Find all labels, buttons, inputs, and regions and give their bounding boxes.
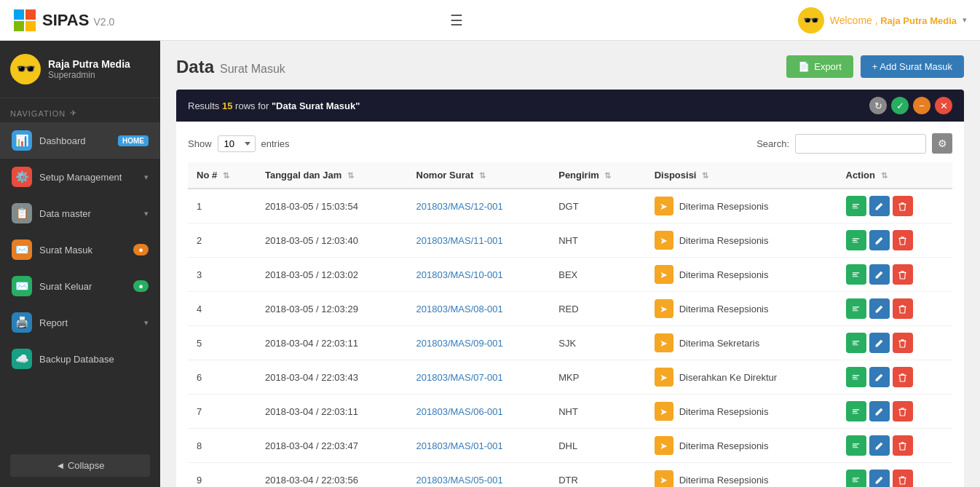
cell-pengirim: DGT [550,189,645,223]
col-nomor[interactable]: Nomor Surat ⇅ [408,162,550,189]
nomor-link[interactable]: 201803/MAS/01-001 [416,440,503,451]
delete-button[interactable] [893,298,913,319]
sidebar-item-dashboard[interactable]: 📊 Dashboard HOME [0,122,160,159]
nomor-link[interactable]: 201803/MAS/08-001 [416,304,503,314]
edit-button[interactable] [869,367,890,387]
nomor-link[interactable]: 201803/MAS/07-001 [416,372,503,383]
collapse-button[interactable]: ◄ Collapse [10,454,150,477]
cell-nomor[interactable]: 201803/MAS/10-001 [408,258,550,292]
cell-nomor[interactable]: 201803/MAS/09-001 [408,326,550,360]
col-disposisi[interactable]: Disposisi ⇅ [646,162,837,189]
cell-disposisi: ➤ Diterima Resepsionis [646,223,837,258]
settings-icon[interactable]: ⚙ [932,133,952,154]
delete-button[interactable] [893,367,913,387]
col-pengirim[interactable]: Pengirim ⇅ [550,162,645,189]
svg-rect-5 [853,205,858,206]
edit-button[interactable] [869,264,890,285]
cell-action [837,223,953,258]
result-icon-close[interactable]: ✕ [935,97,952,114]
delete-button[interactable] [893,401,913,421]
disposisi-text: Diterima Resepsionis [679,304,769,314]
cell-nomor[interactable]: 201803/MAS/07-001 [408,360,550,395]
cell-disposisi: ➤ Diterima Sekretaris [646,326,837,360]
svg-rect-22 [853,409,860,410]
view-button[interactable] [846,333,866,353]
user-area: 🕶️ Welcome , Raja Putra Media ▾ [798,7,967,33]
search-input[interactable] [795,134,926,154]
cell-nomor[interactable]: 201803/MAS/12-001 [408,189,550,223]
result-icon-check[interactable]: ✓ [891,97,909,114]
sidebar-item-data-master[interactable]: 📋 Data master ▾ [0,195,160,231]
nomor-link[interactable]: 201803/MAS/12-001 [416,201,503,212]
view-button[interactable] [846,367,866,387]
user-dropdown-arrow[interactable]: ▾ [963,15,967,25]
delete-button[interactable] [893,435,913,456]
view-button[interactable] [846,196,866,216]
edit-button[interactable] [869,298,890,319]
edit-button[interactable] [869,230,890,250]
cell-nomor[interactable]: 201803/MAS/06-001 [408,395,550,429]
delete-button[interactable] [893,264,913,285]
svg-rect-30 [853,481,858,482]
view-button[interactable] [846,470,866,487]
cell-nomor[interactable]: 201803/MAS/08-001 [408,292,550,326]
view-button[interactable] [846,264,866,285]
cell-tanggal: 2018-03-04 / 22:03:11 [256,395,408,429]
delete-button[interactable] [893,230,913,250]
cell-tanggal: 2018-03-04 / 22:03:11 [256,326,408,360]
action-buttons [846,367,944,387]
chevron-down-icon: ▾ [144,318,149,328]
table-header-row: No # ⇅ Tanggal dan Jam ⇅ Nomor Surat ⇅ P… [188,162,952,189]
nomor-link[interactable]: 201803/MAS/06-001 [416,406,503,417]
disposisi-text: Diterima Resepsionis [679,235,769,246]
delete-button[interactable] [893,470,913,487]
add-surat-masuk-button[interactable]: + Add Surat Masuk [861,55,964,78]
cell-pengirim: NHT [550,223,645,258]
search-area: Search: ⚙ [756,133,952,154]
nomor-link[interactable]: 201803/MAS/11-001 [416,235,503,246]
sidebar-item-label: Data master [39,208,137,219]
cell-nomor[interactable]: 201803/MAS/01-001 [408,429,550,463]
nomor-link[interactable]: 201803/MAS/09-001 [416,338,503,349]
nomor-link[interactable]: 201803/MAS/05-001 [416,475,503,486]
cell-nomor[interactable]: 201803/MAS/05-001 [408,463,550,488]
svg-rect-20 [853,376,858,377]
view-button[interactable] [846,435,866,456]
sidebar-item-backup-database[interactable]: ☁️ Backup Database [0,341,160,377]
result-icon-minus[interactable]: − [913,97,930,114]
view-button[interactable] [846,230,866,250]
delete-button[interactable] [893,196,913,216]
disposisi-arrow-icon: ➤ [655,402,673,421]
view-button[interactable] [846,298,866,319]
cell-nomor[interactable]: 201803/MAS/11-001 [408,223,550,258]
sidebar-bottom [0,377,160,444]
edit-button[interactable] [869,401,890,421]
view-button[interactable] [846,401,866,421]
edit-button[interactable] [869,333,890,353]
sidebar-avatar: 🕶️ [10,54,41,84]
nomor-link[interactable]: 201803/MAS/10-001 [416,269,503,280]
delete-button[interactable] [893,333,913,353]
entries-select[interactable]: 10 25 50 100 [218,135,256,152]
page-title: Data [176,57,214,77]
col-tanggal[interactable]: Tanggal dan Jam ⇅ [256,162,408,189]
svg-rect-0 [14,9,24,20]
disposisi-text: Diserahkan Ke Direktur [679,372,777,383]
sidebar-item-report[interactable]: 🖨️ Report ▾ [0,304,160,341]
cell-pengirim: RED [550,292,645,326]
sidebar-username: Raja Putra Media [48,58,130,70]
col-action[interactable]: Action ⇅ [837,162,953,189]
edit-button[interactable] [869,435,890,456]
sidebar-item-setup-management[interactable]: ⚙️ Setup Management ▾ [0,159,160,195]
disposisi-arrow-icon: ➤ [655,333,673,352]
result-icon-refresh[interactable]: ↻ [869,97,887,114]
col-no[interactable]: No # ⇅ [188,162,256,189]
sidebar-item-surat-keluar[interactable]: ✉️ Surat Keluar ● [0,268,160,304]
hamburger-button[interactable]: ☰ [444,9,469,32]
edit-button[interactable] [869,196,890,216]
export-button[interactable]: 📄 Export [786,55,853,78]
edit-button[interactable] [869,470,890,487]
table-row: 4 2018-03-05 / 12:03:29 201803/MAS/08-00… [188,292,952,326]
sidebar-item-surat-masuk[interactable]: ✉️ Surat Masuk ● [0,231,160,268]
cell-pengirim: NHT [550,395,645,429]
